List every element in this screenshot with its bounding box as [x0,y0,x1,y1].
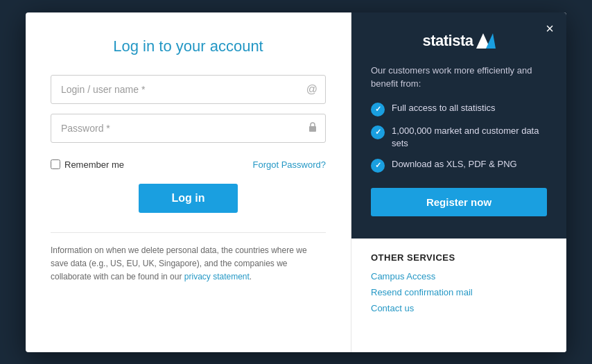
login-modal: × Log in to your account @ Remember me F… [26,12,566,352]
email-icon: @ [306,83,317,96]
remember-forgot-row: Remember me Forgot Password? [51,159,326,170]
username-input[interactable] [51,75,326,104]
feature-item: 1,000,000 market and customer data sets [371,125,547,150]
feature-item: Download as XLS, PDF & PNG [371,158,547,173]
logo-icon [476,33,496,49]
feature-item: Full access to all statistics [371,102,547,116]
forgot-password-link[interactable]: Forgot Password? [253,159,327,170]
other-services-links: Campus AccessResend confirmation mailCon… [371,271,547,313]
features-list: Full access to all statistics1,000,000 m… [371,102,547,173]
tagline-text: Our customers work more efficiently and … [371,64,547,91]
register-button[interactable]: Register now [371,188,547,216]
statista-logo: statista [371,32,547,50]
divider [51,232,326,233]
other-service-link[interactable]: Resend confirmation mail [371,287,547,297]
left-panel: Log in to your account @ Remember me For… [26,12,351,352]
remember-me-label[interactable]: Remember me [51,159,124,170]
privacy-statement-link[interactable]: privacy statement [184,272,250,281]
close-button[interactable]: × [540,19,559,39]
password-wrapper [51,114,326,143]
remember-me-checkbox[interactable] [51,159,60,169]
other-service-link[interactable]: Contact us [371,303,547,313]
login-button[interactable]: Log in [139,184,238,213]
privacy-text: Information on when we delete personal d… [51,244,326,284]
check-icon [371,159,385,173]
right-panel: statista Our customers work more efficie… [351,12,566,352]
other-service-link[interactable]: Campus Access [371,271,547,281]
check-icon [371,125,385,139]
feature-text: 1,000,000 market and customer data sets [392,125,547,150]
modal-title: Log in to your account [51,37,326,55]
feature-text: Full access to all statistics [392,102,496,114]
svg-rect-0 [309,126,316,132]
logo-text: statista [422,32,473,50]
username-wrapper: @ [51,75,326,104]
svg-marker-2 [486,33,496,49]
password-input[interactable] [51,114,326,143]
lock-icon [308,121,317,135]
right-top-section: statista Our customers work more efficie… [351,12,566,239]
right-bottom-section: OTHER SERVICES Campus AccessResend confi… [351,239,566,352]
check-icon [371,103,385,116]
other-services-title: OTHER SERVICES [371,252,547,263]
feature-text: Download as XLS, PDF & PNG [392,158,517,171]
